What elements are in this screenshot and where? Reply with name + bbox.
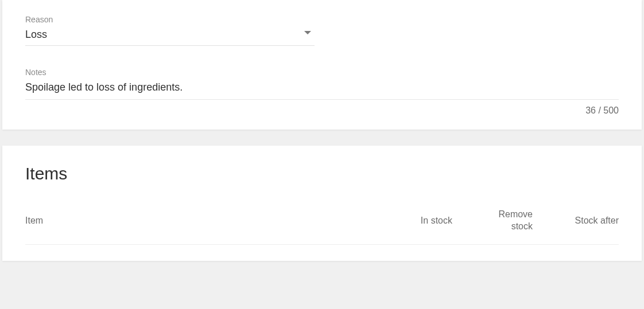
notes-value: Spoilage led to loss of ingredients. xyxy=(25,81,619,93)
column-item: Item xyxy=(25,216,372,226)
reason-label: Reason xyxy=(25,15,619,24)
items-card: Items Item In stock Remove stock Stock a… xyxy=(2,146,642,261)
notes-label: Notes xyxy=(25,68,619,77)
details-card: Reason Loss Notes Spoilage led to loss o… xyxy=(2,0,642,130)
column-stock-after: Stock after xyxy=(533,216,619,226)
items-title: Items xyxy=(25,164,619,183)
column-in-stock: In stock xyxy=(372,216,452,226)
notes-field-wrapper: Notes Spoilage led to loss of ingredient… xyxy=(25,68,619,116)
reason-select[interactable]: Loss xyxy=(25,29,315,46)
notes-char-counter: 36 / 500 xyxy=(25,105,619,116)
reason-value: Loss xyxy=(25,29,47,40)
chevron-down-icon xyxy=(304,31,311,34)
items-table-header: Item In stock Remove stock Stock after xyxy=(25,209,619,245)
column-remove-stock: Remove stock xyxy=(452,209,533,233)
column-remove-stock-line2: stock xyxy=(511,221,533,231)
column-remove-stock-line1: Remove xyxy=(498,209,533,219)
notes-input[interactable]: Spoilage led to loss of ingredients. xyxy=(25,81,619,100)
reason-field-wrapper: Reason Loss xyxy=(25,15,619,46)
